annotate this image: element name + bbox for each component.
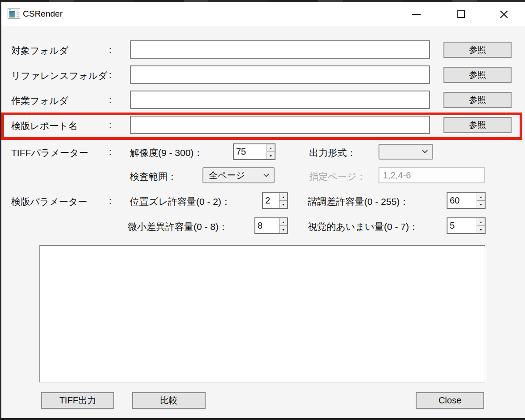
scan-range-select[interactable]: 全ページ [202,167,275,183]
tone-diff-input[interactable] [448,193,477,208]
visual-fuzz-spin-down-button[interactable]: ▼ [477,226,485,233]
report-name-browse-button[interactable]: 参照 [443,117,512,133]
resolution-spin-down-button[interactable]: ▼ [267,152,275,159]
page-spec-label: 指定ページ： [309,170,366,183]
tiff-output-button[interactable]: TIFF出力 [41,392,114,409]
maximize-button[interactable] [451,2,472,26]
tiff-section-label: TIFFパラメーター [11,147,88,159]
work-folder-browse-button[interactable]: 参照 [443,92,512,108]
resolution-spin-up-button[interactable]: ▲ [267,144,275,152]
csrender-window: CSRender 対象フォルダ : 参照 リファレンスフォルダ : 参照 作業フ… [1,2,525,418]
visual-fuzz-spinner: ▲ ▼ [447,217,486,234]
report-name-label: 検版レポート名 [11,120,77,132]
position-shift-spinner: ▲ ▼ [262,192,288,209]
close-icon [499,9,509,20]
chevron-down-icon [422,147,428,153]
target-folder-input[interactable] [130,40,430,59]
report-name-input[interactable] [130,116,430,134]
spin-up-icon: ▲ [479,221,482,224]
minimize-button[interactable] [406,2,427,26]
minor-diff-label: 微小差異許容量(0 - 8)： [128,221,228,233]
spin-up-icon: ▲ [282,195,285,199]
work-folder-colon: : [109,95,112,105]
position-shift-spin-up-button[interactable]: ▲ [280,193,287,201]
reference-folder-browse-button[interactable]: 参照 [443,67,512,83]
position-shift-label: 位置ズレ許容量(0 - 2)： [130,195,231,208]
tone-diff-spin-down-button[interactable]: ▼ [477,201,485,208]
report-name-colon: : [109,120,112,130]
title-bar[interactable]: CSRender [1,2,525,26]
reference-folder-label: リファレンスフォルダ [11,69,108,82]
position-shift-input[interactable] [263,193,279,208]
maximize-icon [457,10,465,18]
output-format-select[interactable] [379,144,433,160]
spin-down-icon: ▼ [282,228,285,231]
minor-diff-input[interactable] [255,218,279,233]
resolution-spinner: ▲ ▼ [233,143,275,160]
tiff-section-colon: : [109,147,112,157]
tone-diff-label: 諧調差許容量(0 - 255)： [308,195,409,208]
spin-down-icon: ▼ [282,203,285,206]
log-textarea[interactable] [39,245,485,382]
resolution-label: 解像度(9 - 300)： [130,147,203,159]
reference-folder-colon: : [109,69,112,80]
target-folder-colon: : [109,44,112,55]
target-folder-browse-button[interactable]: 参照 [443,42,512,58]
visual-fuzz-input[interactable] [448,218,477,233]
spin-up-icon: ▲ [479,195,482,199]
tone-diff-spin-up-button[interactable]: ▲ [477,193,485,201]
position-shift-spin-down-button[interactable]: ▼ [280,201,287,208]
spin-down-icon: ▼ [269,154,272,157]
work-folder-label: 作業フォルダ [11,95,69,107]
page-spec-input [379,167,485,183]
reference-folder-input[interactable] [130,65,430,84]
check-section-label: 検版パラメーター [11,195,87,208]
chevron-down-icon [263,171,269,177]
visual-fuzz-spin-up-button[interactable]: ▲ [477,218,485,226]
scan-range-value: 全ページ [209,169,245,182]
spin-down-icon: ▼ [479,203,482,206]
minor-diff-spin-up-button[interactable]: ▲ [280,218,287,226]
window-title: CSRender [23,9,63,19]
target-folder-label: 対象フォルダ [11,44,69,57]
close-button[interactable] [493,2,514,26]
minor-diff-spinner: ▲ ▼ [254,217,288,234]
output-format-label: 出力形式： [309,147,356,159]
compare-button[interactable]: 比較 [132,392,206,409]
screen: CSRender 対象フォルダ : 参照 リファレンスフォルダ : 参照 作業フ… [0,0,525,420]
app-icon [8,8,20,19]
work-folder-input[interactable] [130,91,430,109]
minor-diff-spin-down-button[interactable]: ▼ [280,226,287,233]
check-section-colon: : [109,195,112,206]
resolution-input[interactable] [234,144,267,159]
scan-range-label: 検査範囲： [130,170,177,183]
visual-fuzz-label: 視覚的あいまい量(0 - 7)： [308,221,418,233]
close-footer-button[interactable]: Close [416,392,484,409]
spin-up-icon: ▲ [282,221,285,224]
minimize-icon [412,14,421,15]
spin-up-icon: ▲ [269,147,272,150]
background-edge-bottom [0,418,525,420]
tone-diff-spinner: ▲ ▼ [447,192,486,209]
spin-down-icon: ▼ [479,228,482,231]
